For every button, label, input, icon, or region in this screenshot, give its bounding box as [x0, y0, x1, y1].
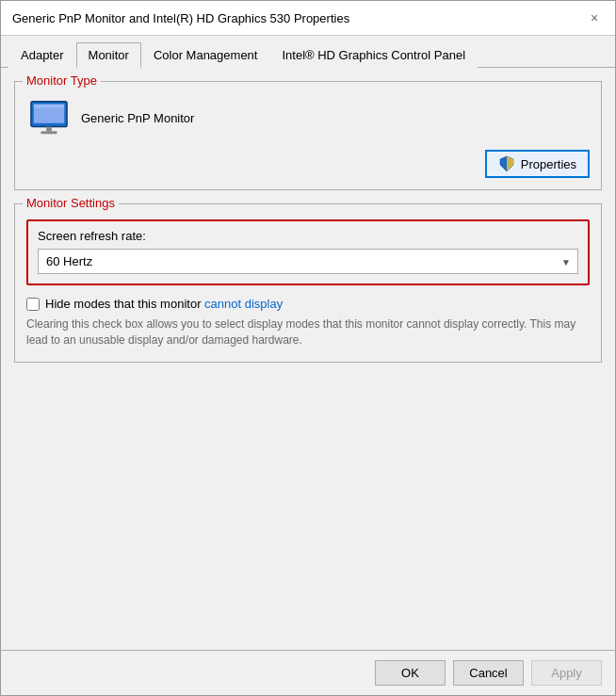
- tab-monitor[interactable]: Monitor: [76, 42, 141, 68]
- monitor-settings-group: Monitor Settings Screen refresh rate: 60…: [14, 203, 602, 363]
- monitor-type-row: Generic PnP Monitor: [26, 95, 590, 140]
- monitor-type-title: Monitor Type: [23, 73, 101, 88]
- apply-button[interactable]: Apply: [531, 660, 602, 686]
- tab-content: Monitor Type: [1, 68, 615, 650]
- refresh-rate-dropdown-wrapper: 60 Hertz 59 Hertz 50 Hertz 40 Hertz ▼: [38, 249, 578, 274]
- properties-button[interactable]: Properties: [485, 150, 590, 178]
- ok-button[interactable]: OK: [375, 660, 446, 686]
- properties-button-row: Properties: [26, 150, 590, 178]
- properties-window: Generic PnP Monitor and Intel(R) HD Grap…: [0, 0, 616, 696]
- cancel-button[interactable]: Cancel: [453, 660, 524, 686]
- svg-rect-4: [41, 131, 57, 134]
- hide-modes-text2: cannot display: [204, 297, 283, 311]
- properties-label: Properties: [521, 157, 576, 171]
- monitor-type-group: Monitor Type: [14, 81, 602, 190]
- svg-rect-2: [34, 105, 64, 108]
- hide-modes-checkbox[interactable]: [26, 298, 40, 311]
- refresh-rate-section: Screen refresh rate: 60 Hertz 59 Hertz 5…: [26, 219, 590, 285]
- tab-bar: Adapter Monitor Color Management Intel® …: [1, 36, 615, 68]
- dialog-footer: OK Cancel Apply: [1, 650, 615, 695]
- shield-icon: [498, 155, 515, 172]
- monitor-name: Generic PnP Monitor: [81, 111, 194, 125]
- monitor-settings-title: Monitor Settings: [23, 196, 119, 210]
- tab-color-management[interactable]: Color Management: [141, 42, 270, 68]
- hide-modes-text1: Hide modes that this monitor: [45, 297, 201, 311]
- window-title: Generic PnP Monitor and Intel(R) HD Grap…: [12, 11, 349, 25]
- title-bar: Generic PnP Monitor and Intel(R) HD Grap…: [1, 1, 615, 36]
- refresh-rate-label: Screen refresh rate:: [38, 229, 578, 243]
- refresh-rate-dropdown[interactable]: 60 Hertz 59 Hertz 50 Hertz 40 Hertz: [38, 249, 578, 274]
- svg-rect-3: [46, 127, 52, 132]
- hide-modes-row: Hide modes that this monitor cannot disp…: [26, 297, 590, 311]
- hide-modes-label: Hide modes that this monitor cannot disp…: [45, 297, 283, 311]
- warning-text: Clearing this check box allows you to se…: [26, 316, 590, 348]
- monitor-icon: [26, 95, 72, 140]
- tab-intel-graphics[interactable]: Intel® HD Graphics Control Panel: [269, 42, 478, 68]
- tab-adapter[interactable]: Adapter: [8, 42, 76, 68]
- close-button[interactable]: ×: [585, 8, 604, 27]
